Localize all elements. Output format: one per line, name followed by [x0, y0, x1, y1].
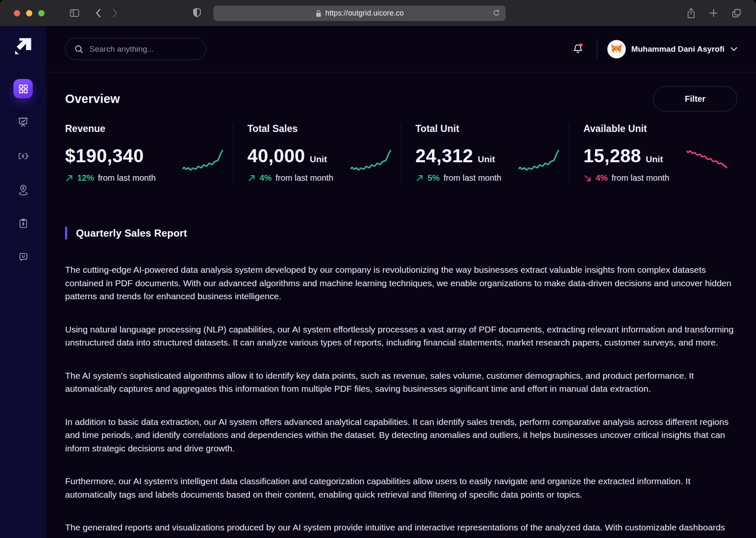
stat-card-available-unit: Available Unit 15,288 Unit 4% from last … — [569, 123, 737, 183]
topbar-divider — [597, 40, 597, 59]
lock-icon — [315, 10, 322, 17]
charging-pin-icon — [18, 184, 29, 195]
stat-card-revenue: Revenue $190,340 12% from last month — [65, 123, 233, 183]
battery-charging-icon — [18, 150, 29, 162]
page-title: Overview — [65, 92, 120, 106]
trend-up-icon — [415, 174, 424, 182]
close-window-button[interactable] — [14, 10, 20, 16]
browser-window: https://outgrid.uicore.co — [0, 0, 756, 538]
sidebar-item-charging-location[interactable] — [13, 180, 33, 199]
sidebar — [0, 26, 46, 538]
bell-icon — [572, 42, 584, 55]
report-body: The cutting-edge AI-powered data analysi… — [65, 263, 737, 534]
stat-delta-pct: 4% — [260, 173, 272, 183]
minimize-window-button[interactable] — [26, 10, 32, 16]
sidebar-item-battery[interactable] — [13, 146, 33, 166]
sidebar-item-report[interactable] — [13, 214, 33, 233]
clipboard-bolt-icon — [18, 218, 29, 229]
trend-down-icon — [583, 174, 592, 182]
outgrid-logo — [14, 37, 32, 55]
stat-unit: Unit — [310, 154, 327, 164]
reload-icon[interactable] — [492, 9, 501, 17]
chat-smile-icon — [18, 252, 29, 262]
stat-card-total-sales: Total Sales 40,000 Unit 4% from last mon… — [233, 123, 401, 183]
stat-value: 24,312 — [415, 145, 473, 166]
notifications-button[interactable] — [572, 42, 584, 56]
search-box[interactable] — [65, 38, 206, 60]
stat-value: 40,000 — [247, 145, 305, 166]
report-paragraph: The AI system's sophisticated algorithms… — [65, 369, 737, 396]
sidebar-item-dashboard[interactable] — [13, 79, 33, 98]
stat-delta-text: from last month — [98, 173, 156, 183]
sparkline-down — [686, 148, 728, 174]
topbar: Muhammad Dani Asyrofi — [46, 26, 756, 72]
avatar — [607, 40, 626, 58]
grid-icon — [18, 84, 29, 94]
report-paragraph: The cutting-edge AI-powered data analysi… — [65, 263, 737, 303]
sidebar-toggle-icon[interactable] — [70, 9, 79, 17]
presentation-chart-icon — [18, 117, 29, 128]
report-paragraph: Furthermore, our AI system's intelligent… — [65, 475, 737, 501]
stat-delta-text: from last month — [444, 173, 501, 183]
stat-delta-text: from last month — [612, 173, 669, 183]
sidebar-item-feedback[interactable] — [13, 247, 33, 266]
tab-overview-icon[interactable] — [731, 8, 742, 18]
stat-delta-pct: 12% — [77, 173, 94, 183]
trend-up-icon — [247, 174, 256, 182]
stat-delta-pct: 5% — [428, 173, 440, 183]
fox-avatar-icon — [609, 42, 624, 56]
forward-icon[interactable] — [112, 8, 118, 18]
share-icon[interactable] — [686, 8, 696, 19]
stat-label: Revenue — [65, 123, 156, 134]
url-text: https://outgrid.uicore.co — [326, 9, 404, 18]
filter-button[interactable]: Filter — [653, 86, 737, 111]
report-paragraph: In addition to basic data extraction, ou… — [65, 415, 737, 455]
stat-label: Total Unit — [415, 123, 501, 134]
stat-label: Available Unit — [583, 123, 669, 134]
stat-unit: Unit — [478, 154, 495, 164]
stats-row: Revenue $190,340 12% from last month — [65, 123, 737, 183]
sidebar-item-analytics[interactable] — [13, 113, 33, 132]
stat-value: $190,340 — [65, 145, 144, 166]
address-bar[interactable]: https://outgrid.uicore.co — [213, 5, 506, 21]
user-menu[interactable]: Muhammad Dani Asyrofi — [607, 40, 737, 58]
browser-chrome: https://outgrid.uicore.co — [0, 0, 756, 26]
window-controls — [14, 10, 45, 16]
sparkline-up — [350, 148, 392, 174]
chevron-down-icon — [731, 47, 737, 51]
stat-unit: Unit — [646, 154, 663, 164]
trend-up-icon — [65, 174, 74, 182]
stat-value: 15,288 — [583, 145, 641, 166]
section-title: Quarterly Sales Report — [76, 227, 187, 239]
stat-label: Total Sales — [247, 123, 333, 134]
notification-dot — [580, 43, 583, 46]
search-input[interactable] — [89, 45, 190, 54]
stat-delta-text: from last month — [276, 173, 333, 183]
sparkline-up — [518, 148, 560, 174]
zoom-window-button[interactable] — [38, 10, 45, 16]
search-icon — [74, 45, 84, 54]
user-name: Muhammad Dani Asyrofi — [631, 45, 724, 54]
stat-card-total-unit: Total Unit 24,312 Unit 5% from last mont… — [401, 123, 569, 183]
sparkline-up — [182, 148, 224, 174]
stat-delta-pct: 4% — [596, 173, 608, 183]
sidebar-nav — [13, 79, 33, 266]
back-icon[interactable] — [95, 8, 101, 18]
report-paragraph: Using natural language processing (NLP) … — [65, 323, 737, 349]
section-accent-bar — [65, 227, 67, 240]
report-paragraph: The generated reports and visualizations… — [65, 521, 737, 534]
new-tab-icon[interactable] — [709, 8, 719, 18]
privacy-shield-icon[interactable] — [192, 8, 202, 18]
